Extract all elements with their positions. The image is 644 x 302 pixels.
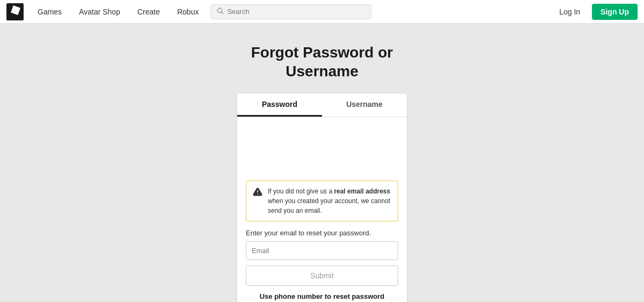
nav-links: Games Avatar Shop Create Robux: [30, 4, 206, 19]
warning-text: If you did not give us a real email addr…: [268, 186, 391, 215]
phone-reset-link[interactable]: Use phone number to reset password: [246, 292, 398, 300]
email-form-label: Enter your email to reset your password.: [246, 229, 398, 237]
search-icon: [216, 7, 224, 17]
tab-content-password: If you did not give us a real email addr…: [237, 117, 407, 302]
tab-password[interactable]: Password: [237, 94, 322, 117]
main-content: Forgot Password or Username Password Use…: [0, 24, 644, 302]
nav-robux[interactable]: Robux: [170, 4, 206, 19]
captcha-area: [246, 121, 398, 181]
login-button[interactable]: Log In: [554, 4, 586, 19]
submit-button[interactable]: Submit: [246, 265, 398, 286]
warning-icon: [253, 187, 262, 199]
nav-create[interactable]: Create: [130, 4, 167, 19]
forgot-password-card: Password Username If you did not give us…: [237, 94, 407, 302]
email-input[interactable]: [246, 241, 398, 260]
signup-button[interactable]: Sign Up: [592, 4, 638, 20]
nav-games[interactable]: Games: [30, 4, 69, 19]
navbar-right: Log In Sign Up: [554, 4, 638, 20]
page-title: Forgot Password or Username: [251, 43, 393, 81]
nav-avatar-shop[interactable]: Avatar Shop: [71, 4, 128, 19]
search-input[interactable]: [227, 8, 365, 16]
tab-username[interactable]: Username: [322, 94, 407, 117]
search-bar: [210, 4, 371, 19]
svg-line-3: [222, 12, 223, 13]
tab-bar: Password Username: [237, 94, 407, 117]
warning-box: If you did not give us a real email addr…: [246, 181, 398, 221]
roblox-logo[interactable]: [6, 3, 24, 20]
navbar: Games Avatar Shop Create Robux Log In Si…: [0, 0, 644, 24]
